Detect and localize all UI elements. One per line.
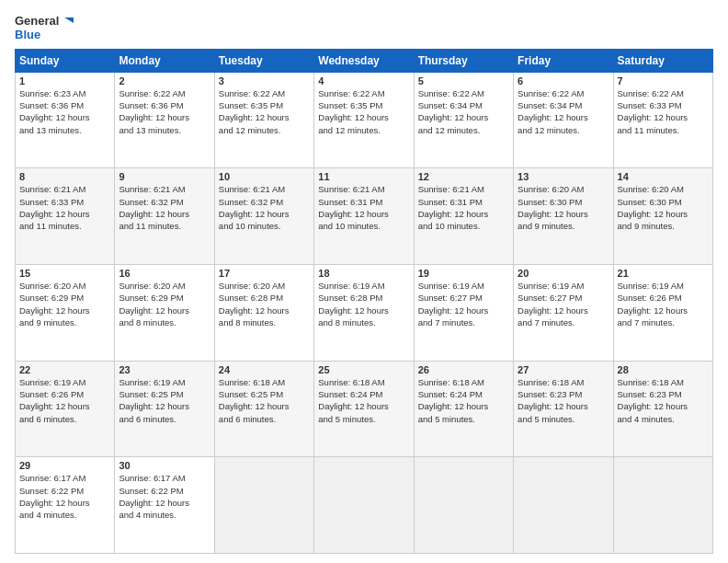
calendar-cell: 30Sunrise: 6:17 AMSunset: 6:22 PMDayligh… [115, 457, 214, 554]
calendar-cell: 14Sunrise: 6:20 AMSunset: 6:30 PMDayligh… [613, 168, 712, 265]
calendar-cell [414, 457, 513, 554]
cell-content: Sunrise: 6:22 AMSunset: 6:34 PMDaylight:… [418, 87, 509, 136]
calendar-cell: 26Sunrise: 6:18 AMSunset: 6:24 PMDayligh… [414, 361, 513, 457]
cell-content: Sunrise: 6:19 AMSunset: 6:26 PMDaylight:… [19, 376, 110, 425]
day-number: 1 [19, 75, 110, 86]
day-number: 3 [219, 75, 310, 86]
day-number: 27 [518, 364, 609, 375]
col-header-monday: Monday [115, 49, 214, 72]
col-header-saturday: Saturday [613, 49, 712, 72]
cell-content: Sunrise: 6:21 AMSunset: 6:31 PMDaylight:… [318, 183, 409, 232]
cell-content: Sunrise: 6:18 AMSunset: 6:24 PMDaylight:… [418, 376, 509, 425]
calendar-cell [613, 457, 712, 554]
cell-content: Sunrise: 6:17 AMSunset: 6:22 PMDaylight:… [119, 472, 210, 521]
cell-content: Sunrise: 6:18 AMSunset: 6:24 PMDaylight:… [318, 376, 409, 425]
day-number: 28 [618, 364, 709, 375]
calendar-row: 22Sunrise: 6:19 AMSunset: 6:26 PMDayligh… [16, 361, 713, 457]
logo: General Blue [15, 15, 74, 41]
day-number: 29 [19, 460, 110, 471]
calendar-cell: 22Sunrise: 6:19 AMSunset: 6:26 PMDayligh… [16, 361, 115, 457]
calendar-cell: 18Sunrise: 6:19 AMSunset: 6:28 PMDayligh… [314, 265, 414, 362]
day-number: 25 [318, 364, 409, 375]
cell-content: Sunrise: 6:18 AMSunset: 6:25 PMDaylight:… [219, 376, 310, 425]
cell-content: Sunrise: 6:23 AMSunset: 6:36 PMDaylight:… [19, 87, 110, 136]
day-number: 14 [618, 171, 709, 182]
page: General Blue SundayMondayTuesdayWednesda… [0, 0, 728, 563]
calendar-cell: 23Sunrise: 6:19 AMSunset: 6:25 PMDayligh… [115, 361, 214, 457]
calendar-cell [514, 457, 613, 554]
cell-content: Sunrise: 6:20 AMSunset: 6:30 PMDaylight:… [518, 183, 609, 232]
day-number: 20 [518, 268, 609, 279]
calendar-cell: 28Sunrise: 6:18 AMSunset: 6:23 PMDayligh… [613, 361, 712, 457]
day-number: 12 [418, 171, 509, 182]
day-number: 17 [219, 268, 310, 279]
day-number: 13 [518, 171, 609, 182]
calendar-cell: 4Sunrise: 6:22 AMSunset: 6:35 PMDaylight… [314, 72, 414, 168]
calendar-cell: 20Sunrise: 6:19 AMSunset: 6:27 PMDayligh… [514, 265, 613, 362]
calendar-cell: 29Sunrise: 6:17 AMSunset: 6:22 PMDayligh… [16, 457, 115, 554]
calendar-cell: 27Sunrise: 6:18 AMSunset: 6:23 PMDayligh… [514, 361, 613, 457]
cell-content: Sunrise: 6:19 AMSunset: 6:28 PMDaylight:… [318, 280, 409, 328]
day-number: 15 [19, 268, 110, 279]
calendar-cell: 1Sunrise: 6:23 AMSunset: 6:36 PMDaylight… [16, 72, 115, 168]
calendar-cell: 8Sunrise: 6:21 AMSunset: 6:33 PMDaylight… [16, 168, 115, 265]
calendar-cell: 17Sunrise: 6:20 AMSunset: 6:28 PMDayligh… [214, 265, 313, 362]
calendar-row: 29Sunrise: 6:17 AMSunset: 6:22 PMDayligh… [16, 457, 713, 554]
col-header-friday: Friday [514, 49, 613, 72]
cell-content: Sunrise: 6:19 AMSunset: 6:27 PMDaylight:… [518, 280, 609, 328]
cell-content: Sunrise: 6:21 AMSunset: 6:31 PMDaylight:… [418, 183, 509, 232]
cell-content: Sunrise: 6:21 AMSunset: 6:32 PMDaylight:… [219, 183, 310, 232]
calendar-cell: 11Sunrise: 6:21 AMSunset: 6:31 PMDayligh… [314, 168, 414, 265]
day-number: 11 [318, 171, 409, 182]
calendar-cell: 7Sunrise: 6:22 AMSunset: 6:33 PMDaylight… [613, 72, 712, 168]
calendar-cell [314, 457, 414, 554]
calendar-cell: 12Sunrise: 6:21 AMSunset: 6:31 PMDayligh… [414, 168, 513, 265]
cell-content: Sunrise: 6:20 AMSunset: 6:29 PMDaylight:… [19, 280, 110, 328]
day-number: 23 [119, 364, 210, 375]
day-number: 24 [219, 364, 310, 375]
calendar-cell: 5Sunrise: 6:22 AMSunset: 6:34 PMDaylight… [414, 72, 513, 168]
cell-content: Sunrise: 6:21 AMSunset: 6:32 PMDaylight:… [119, 183, 210, 232]
cell-content: Sunrise: 6:21 AMSunset: 6:33 PMDaylight:… [19, 183, 110, 232]
day-number: 2 [119, 75, 210, 86]
cell-content: Sunrise: 6:19 AMSunset: 6:27 PMDaylight:… [418, 280, 509, 328]
day-number: 21 [618, 268, 709, 279]
calendar-cell: 6Sunrise: 6:22 AMSunset: 6:34 PMDaylight… [514, 72, 613, 168]
logo-blue: Blue [15, 29, 74, 41]
day-number: 18 [318, 268, 409, 279]
calendar-row: 15Sunrise: 6:20 AMSunset: 6:29 PMDayligh… [16, 265, 713, 362]
cell-content: Sunrise: 6:22 AMSunset: 6:34 PMDaylight:… [518, 87, 609, 136]
cell-content: Sunrise: 6:18 AMSunset: 6:23 PMDaylight:… [618, 376, 709, 425]
col-header-sunday: Sunday [16, 49, 115, 72]
calendar-row: 8Sunrise: 6:21 AMSunset: 6:33 PMDaylight… [16, 168, 713, 265]
cell-content: Sunrise: 6:20 AMSunset: 6:28 PMDaylight:… [219, 280, 310, 328]
cell-content: Sunrise: 6:19 AMSunset: 6:25 PMDaylight:… [119, 376, 210, 425]
day-number: 5 [418, 75, 509, 86]
cell-content: Sunrise: 6:18 AMSunset: 6:23 PMDaylight:… [518, 376, 609, 425]
calendar-cell [214, 457, 313, 554]
day-number: 9 [119, 171, 210, 182]
day-number: 30 [119, 460, 210, 471]
calendar-cell: 13Sunrise: 6:20 AMSunset: 6:30 PMDayligh… [514, 168, 613, 265]
svg-marker-0 [64, 17, 74, 23]
calendar-cell: 25Sunrise: 6:18 AMSunset: 6:24 PMDayligh… [314, 361, 414, 457]
calendar-cell: 16Sunrise: 6:20 AMSunset: 6:29 PMDayligh… [115, 265, 214, 362]
day-number: 6 [518, 75, 609, 86]
day-number: 22 [19, 364, 110, 375]
calendar-cell: 2Sunrise: 6:22 AMSunset: 6:36 PMDaylight… [115, 72, 214, 168]
cell-content: Sunrise: 6:17 AMSunset: 6:22 PMDaylight:… [19, 472, 110, 521]
cell-content: Sunrise: 6:19 AMSunset: 6:26 PMDaylight:… [618, 280, 709, 328]
cell-content: Sunrise: 6:22 AMSunset: 6:35 PMDaylight:… [318, 87, 409, 136]
calendar-cell: 24Sunrise: 6:18 AMSunset: 6:25 PMDayligh… [214, 361, 313, 457]
cell-content: Sunrise: 6:20 AMSunset: 6:29 PMDaylight:… [119, 280, 210, 328]
day-number: 7 [618, 75, 709, 86]
col-header-tuesday: Tuesday [214, 49, 313, 72]
calendar-cell: 9Sunrise: 6:21 AMSunset: 6:32 PMDaylight… [115, 168, 214, 265]
col-header-thursday: Thursday [414, 49, 513, 72]
day-number: 16 [119, 268, 210, 279]
calendar-cell: 3Sunrise: 6:22 AMSunset: 6:35 PMDaylight… [214, 72, 313, 168]
day-number: 10 [219, 171, 310, 182]
calendar-cell: 10Sunrise: 6:21 AMSunset: 6:32 PMDayligh… [214, 168, 313, 265]
day-number: 26 [418, 364, 509, 375]
logo-general: General [15, 15, 74, 29]
